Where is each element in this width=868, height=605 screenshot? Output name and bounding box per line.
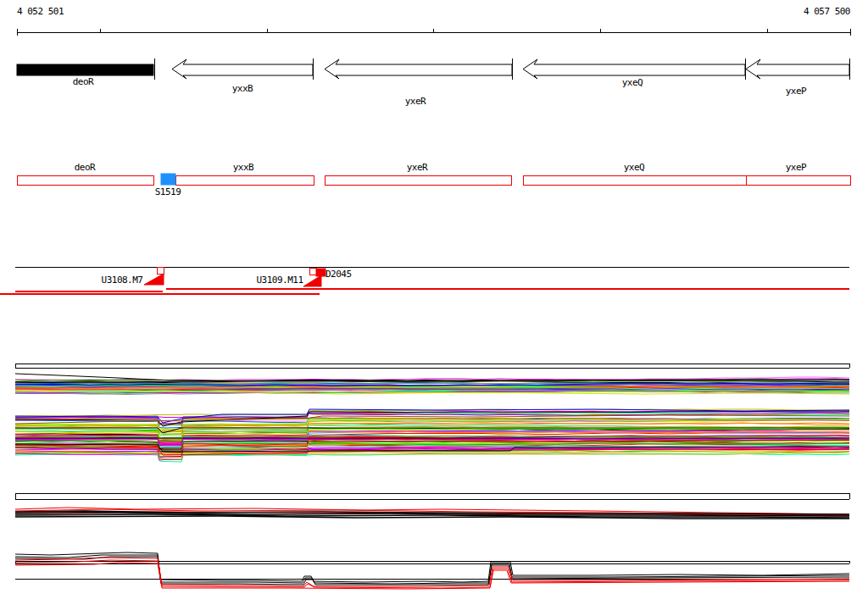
probe-flag-u3109-m11[interactable] [303,275,321,286]
genome-browser-view: 4 052 5014 057 500deoRyxxByxeRyxeQyxePde… [0,0,868,605]
region-box-yxep[interactable] [746,175,850,185]
gene-bar-deor[interactable] [17,64,153,75]
marker-s1519[interactable] [161,174,175,185]
region-box-yxxb[interactable] [175,175,314,185]
probe-box-d2045[interactable] [316,269,326,276]
probe-flag-box-u3108-m7[interactable] [157,267,164,274]
region-box-yxeq[interactable] [523,175,746,185]
region-box-deor[interactable] [17,175,153,185]
gene-arrow-yxep[interactable] [746,59,849,79]
probe-flag-u3108-m7[interactable] [144,274,164,285]
probe-flag-box-u3109-m11[interactable] [309,268,316,275]
gene-arrow-yxer[interactable] [325,59,512,79]
gene-arrow-yxeq[interactable] [523,59,745,79]
p3-red2 [15,560,849,588]
region-box-yxer[interactable] [325,175,511,185]
gene-arrow-yxxb[interactable] [172,59,313,79]
tracks-canvas [0,0,868,605]
